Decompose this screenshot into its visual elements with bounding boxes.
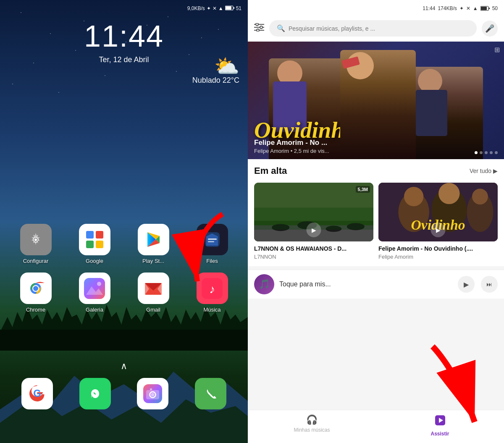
app-chrome[interactable]: Chrome bbox=[15, 273, 57, 313]
dock-whatsapp[interactable] bbox=[79, 378, 111, 409]
card-thumbnail-2: Ovidinho ▶ bbox=[378, 183, 498, 241]
right-speed: 174KB/s bbox=[438, 5, 457, 11]
status-bar-right: 11:44 174KB/s ✦ ✕ ▲ 50 bbox=[248, 0, 504, 17]
trending-card-2[interactable]: Ovidinho ▶ Felipe Amorim - No Ouvidinho … bbox=[378, 183, 498, 260]
chrome-icon bbox=[20, 273, 52, 304]
card-artist-2: Felipe Amorim bbox=[378, 254, 498, 260]
app-google[interactable]: Google bbox=[74, 224, 116, 264]
see-all-button[interactable]: Ver tudo ▶ bbox=[470, 168, 498, 174]
play-pause-button[interactable]: ▶ bbox=[458, 276, 475, 293]
search-input[interactable] bbox=[289, 25, 469, 32]
status-bar-left: 9,0KB/s ✦ ✕ ▲ 51 bbox=[0, 0, 248, 17]
svg-rect-22 bbox=[84, 278, 105, 299]
svg-rect-8 bbox=[86, 241, 94, 248]
svg-point-37 bbox=[151, 393, 155, 396]
expand-icon[interactable]: ⊞ bbox=[494, 46, 500, 54]
dot-3 bbox=[485, 151, 488, 154]
svg-point-47 bbox=[256, 23, 258, 26]
svg-point-39 bbox=[201, 384, 220, 403]
gallery-label: Galeria bbox=[86, 307, 103, 313]
svg-point-48 bbox=[260, 26, 262, 29]
mic-icon[interactable]: 🎤 bbox=[482, 21, 498, 37]
now-playing-bar[interactable]: 🎵 Toque para mis... ▶ ⏭ bbox=[248, 270, 504, 299]
card-title-2: Felipe Amorim - No Ouvidinho (.... bbox=[378, 245, 498, 252]
svg-rect-42 bbox=[481, 7, 487, 10]
red-arrow-1 bbox=[155, 206, 235, 298]
dot-5 bbox=[495, 151, 498, 154]
card-title-1: L7NNON & OS HAWAIANOS - D... bbox=[254, 245, 373, 252]
nav-my-music[interactable]: 🎧 Minhas músicas bbox=[248, 414, 376, 437]
google-label: Google bbox=[86, 258, 103, 264]
svg-point-5 bbox=[34, 239, 37, 241]
now-playing-avatar: 🎵 bbox=[254, 274, 274, 294]
svg-rect-7 bbox=[96, 231, 103, 239]
wifi-icon: ▲ bbox=[218, 5, 223, 11]
bluetooth-icon: ✦ bbox=[207, 5, 211, 11]
dock-google[interactable]: G bbox=[21, 378, 53, 409]
search-container[interactable]: 🔍 bbox=[269, 20, 477, 37]
right-wifi: ▲ bbox=[473, 5, 478, 11]
svg-rect-6 bbox=[86, 231, 94, 239]
dock-arrow: ∧ bbox=[0, 361, 248, 372]
now-playing-controls: ▶ ⏭ bbox=[458, 276, 498, 293]
dot-4 bbox=[490, 151, 493, 154]
chrome-label: Chrome bbox=[26, 307, 45, 313]
section-header: Em alta Ver tudo ▶ bbox=[254, 165, 498, 176]
battery-right bbox=[480, 6, 490, 11]
svg-text:G: G bbox=[33, 388, 41, 399]
status-icons: 9,0KB/s ✦ ✕ ▲ 51 bbox=[187, 5, 242, 12]
clock-time: 11:44 bbox=[0, 19, 248, 53]
svg-point-65 bbox=[472, 189, 488, 204]
dock-phone[interactable] bbox=[195, 378, 226, 409]
battery-percent: 51 bbox=[236, 5, 242, 11]
search-bar: 🔍 🎤 bbox=[248, 17, 504, 42]
trending-card-1[interactable]: 5,3M ▶ L7NNON & OS HAWAIANOS - D... L7NN… bbox=[254, 183, 373, 260]
svg-point-21 bbox=[33, 286, 38, 291]
now-playing-text: Toque para mis... bbox=[279, 280, 453, 288]
home-screen-panel: 9,0KB/s ✦ ✕ ▲ 51 11:44 Ter, 12 de Abril … bbox=[0, 0, 248, 443]
svg-rect-1 bbox=[226, 6, 231, 10]
right-signal: ✕ bbox=[466, 5, 470, 11]
dock: ∧ G bbox=[0, 361, 248, 409]
music-label: Música bbox=[203, 307, 220, 313]
dot-2 bbox=[480, 151, 483, 154]
signal-icon: ✕ bbox=[213, 5, 217, 11]
card-views-1: 5,3M bbox=[356, 186, 370, 193]
app-configurar[interactable]: Configurar bbox=[15, 224, 57, 264]
svg-rect-2 bbox=[234, 7, 234, 9]
section-title: Em alta bbox=[254, 165, 287, 176]
svg-rect-43 bbox=[489, 8, 490, 9]
app-gallery[interactable]: Galeria bbox=[74, 273, 116, 313]
ground bbox=[0, 330, 248, 351]
svg-point-24 bbox=[97, 282, 101, 286]
dock-row: G bbox=[0, 378, 248, 409]
my-music-label: Minhas músicas bbox=[294, 427, 330, 433]
configurar-icon bbox=[20, 224, 52, 255]
card-play-2[interactable]: ▶ bbox=[431, 223, 446, 237]
hero-dots bbox=[475, 151, 498, 154]
right-bluetooth: ✦ bbox=[459, 5, 464, 11]
svg-rect-9 bbox=[96, 241, 103, 248]
trending-cards: 5,3M ▶ L7NNON & OS HAWAIANOS - D... L7NN… bbox=[254, 183, 498, 260]
svg-point-63 bbox=[438, 183, 459, 204]
svg-rect-38 bbox=[150, 388, 152, 390]
dock-camera[interactable] bbox=[137, 378, 168, 409]
gallery-icon bbox=[79, 273, 110, 304]
battery-icon bbox=[225, 5, 234, 12]
configurar-label: Configurar bbox=[23, 258, 49, 264]
next-track-button[interactable]: ⏭ bbox=[481, 276, 498, 293]
filter-icon[interactable] bbox=[254, 23, 264, 34]
hero-banner[interactable]: Ouvidinho Felipe Amorim - No ... Felipe … bbox=[248, 42, 504, 159]
dot-1 bbox=[475, 151, 478, 154]
weather-icon: ⛅ bbox=[214, 55, 239, 78]
trending-section: Em alta Ver tudo ▶ bbox=[248, 159, 504, 266]
card-play-1[interactable]: ▶ bbox=[307, 223, 321, 237]
speed-indicator: 9,0KB/s bbox=[187, 5, 205, 11]
right-battery: 50 bbox=[492, 5, 498, 11]
weather-widget: ⛅ Nublado 22°C bbox=[192, 55, 239, 85]
svg-point-49 bbox=[257, 29, 259, 31]
music-app-panel: 11:44 174KB/s ✦ ✕ ▲ 50 🔍 bbox=[248, 0, 504, 443]
gmail-label: Gmail bbox=[146, 307, 160, 313]
svg-point-61 bbox=[404, 187, 423, 206]
google-icon bbox=[79, 224, 110, 255]
